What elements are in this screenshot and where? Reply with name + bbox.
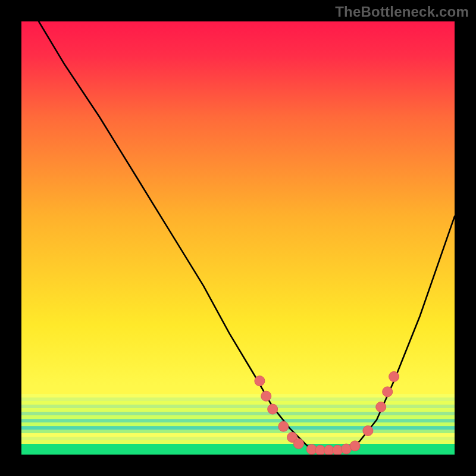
data-marker (389, 372, 399, 382)
svg-rect-7 (21, 419, 455, 422)
svg-rect-4 (21, 408, 455, 412)
outer-frame: TheBottleneck.com (0, 0, 476, 476)
svg-rect-13 (21, 440, 455, 444)
data-marker (376, 402, 386, 412)
chart-plot-area (21, 21, 455, 455)
bottom-strips (21, 394, 455, 455)
svg-rect-8 (21, 422, 455, 426)
svg-rect-3 (21, 405, 455, 408)
data-marker (350, 441, 360, 451)
svg-rect-6 (21, 415, 455, 419)
svg-rect-14 (21, 444, 455, 455)
data-marker (363, 426, 373, 436)
data-marker (261, 391, 271, 401)
svg-rect-1 (21, 397, 455, 401)
data-marker (293, 439, 303, 449)
data-marker (268, 404, 278, 414)
data-marker (255, 376, 265, 386)
svg-rect-12 (21, 437, 455, 440)
chart-svg (21, 21, 455, 455)
data-marker (278, 421, 289, 431)
svg-rect-2 (21, 401, 455, 405)
data-marker (383, 387, 393, 397)
svg-rect-10 (21, 430, 455, 433)
svg-rect-5 (21, 412, 455, 415)
svg-rect-11 (21, 433, 455, 437)
watermark-text: TheBottleneck.com (335, 4, 469, 20)
svg-rect-9 (21, 426, 455, 430)
